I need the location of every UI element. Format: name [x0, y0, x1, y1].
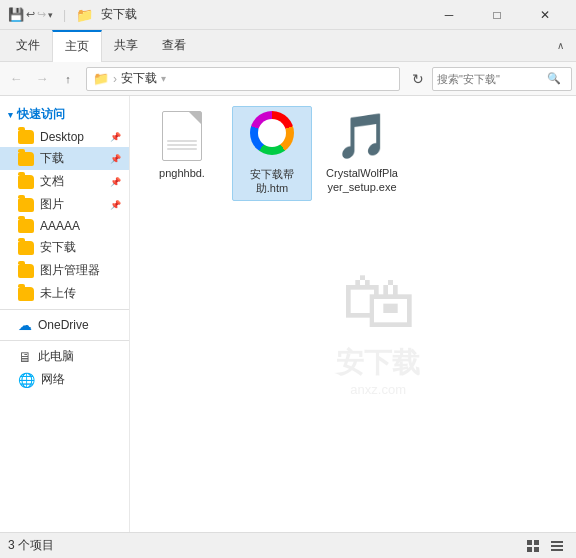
svg-rect-2: [527, 547, 532, 552]
sidebar-label-onedrive: OneDrive: [38, 318, 89, 332]
title-bar-controls: ─ □ ✕: [426, 0, 568, 30]
watermark-subtext: anxz.com: [336, 382, 420, 397]
folder-path-icon: 📁: [93, 71, 109, 86]
sidebar-label-aaaaa: AAAAA: [40, 219, 80, 233]
view-buttons: [522, 536, 568, 556]
file-name-helper: 安下载帮助.htm: [237, 167, 307, 196]
pin-icon-pictures: 📌: [110, 200, 121, 210]
svg-rect-3: [534, 547, 539, 552]
sidebar-item-pictures[interactable]: 图片 📌: [0, 193, 129, 216]
sidebar-divider-2: [0, 340, 129, 341]
sidebar: ▾ 快速访问 Desktop 📌 下载 📌 文档 📌 图片 📌 AAAAA: [0, 96, 130, 532]
back-button[interactable]: ←: [4, 67, 28, 91]
generic-file-icon: [162, 111, 202, 161]
tab-file[interactable]: 文件: [4, 30, 52, 62]
undo-icon[interactable]: ↩: [26, 8, 35, 21]
tab-home[interactable]: 主页: [52, 30, 102, 62]
folder-icon: 📁: [76, 7, 93, 23]
path-separator: ›: [113, 72, 117, 86]
title-bar: 💾 ↩ ↪ ▾ | 📁 安下载 ─ □ ✕: [0, 0, 576, 30]
svg-rect-6: [551, 549, 563, 551]
file-item-player[interactable]: 🎵 CrystalWolfPlayer_setup.exe: [322, 106, 402, 199]
folder-icon-desktop: [18, 130, 34, 144]
sidebar-item-aaaaa[interactable]: AAAAA: [0, 216, 129, 236]
folder-icon-pictures: [18, 198, 34, 212]
tab-view[interactable]: 查看: [150, 30, 198, 62]
quick-access-icon[interactable]: 💾: [8, 7, 24, 22]
ribbon-chevron[interactable]: ∧: [548, 30, 572, 62]
folder-icon-anzaixia: [18, 241, 34, 255]
sidebar-label-anzaixia: 安下载: [40, 239, 76, 256]
view-list-button[interactable]: [546, 536, 568, 556]
svg-rect-5: [551, 545, 563, 547]
file-name-pnghhbd: pnghhbd.: [159, 166, 205, 180]
folder-icon-downloads: [18, 152, 34, 166]
search-icon: 🔍: [547, 72, 561, 85]
address-path[interactable]: 📁 › 安下载 ▾: [86, 67, 400, 91]
status-count: 3 个项目: [8, 537, 54, 554]
folder-icon-notupload: [18, 287, 34, 301]
music-icon: 🎵: [335, 110, 390, 162]
search-box[interactable]: 🔍: [432, 67, 572, 91]
sidebar-item-anzaixia[interactable]: 安下载: [0, 236, 129, 259]
file-icon-helper: [248, 111, 296, 163]
quick-access-header[interactable]: ▾ 快速访问: [0, 102, 129, 127]
pc-icon: 🖥: [18, 349, 32, 365]
tab-share[interactable]: 共享: [102, 30, 150, 62]
sidebar-label-network: 网络: [41, 371, 65, 388]
search-input[interactable]: [437, 73, 547, 85]
pin-icon-desktop: 📌: [110, 132, 121, 142]
close-button[interactable]: ✕: [522, 0, 568, 30]
file-icon-pnghhbd: [158, 110, 206, 162]
sidebar-item-desktop[interactable]: Desktop 📌: [0, 127, 129, 147]
sidebar-label-pictures: 图片: [40, 196, 64, 213]
quick-access-label: 快速访问: [17, 106, 65, 123]
maximize-button[interactable]: □: [474, 0, 520, 30]
sidebar-label-downloads: 下载: [40, 150, 64, 167]
sidebar-divider-1: [0, 309, 129, 310]
colorful-inner: [258, 119, 286, 147]
colorful-icon: [250, 111, 294, 155]
folder-icon-aaaaa: [18, 219, 34, 233]
sidebar-label-picmanager: 图片管理器: [40, 262, 100, 279]
sidebar-item-picmanager[interactable]: 图片管理器: [0, 259, 129, 282]
sidebar-item-thispc[interactable]: 🖥 此电脑: [0, 345, 129, 368]
sidebar-item-notupload[interactable]: 未上传: [0, 282, 129, 305]
pin-icon-downloads: 📌: [110, 154, 121, 164]
main-panel: ▾ 快速访问 Desktop 📌 下载 📌 文档 📌 图片 📌 AAAAA: [0, 96, 576, 532]
dropdown-icon[interactable]: ▾: [48, 10, 53, 20]
pin-icon-documents: 📌: [110, 177, 121, 187]
file-item-helper[interactable]: 安下载帮助.htm: [232, 106, 312, 201]
folder-icon-picmanager: [18, 264, 34, 278]
forward-button[interactable]: →: [30, 67, 54, 91]
status-bar: 3 个项目: [0, 532, 576, 558]
watermark-text: 安下载: [336, 344, 420, 382]
file-icon-player: 🎵: [338, 110, 386, 162]
view-grid-button[interactable]: [522, 536, 544, 556]
svg-rect-1: [534, 540, 539, 545]
folder-icon-documents: [18, 175, 34, 189]
network-icon: 🌐: [18, 372, 35, 388]
sidebar-item-network[interactable]: 🌐 网络: [0, 368, 129, 391]
cloud-icon: ☁: [18, 317, 32, 333]
sidebar-item-downloads[interactable]: 下载 📌: [0, 147, 129, 170]
sidebar-label-notupload: 未上传: [40, 285, 76, 302]
ribbon: 文件 主页 共享 查看 ∧: [0, 30, 576, 62]
sidebar-item-documents[interactable]: 文档 📌: [0, 170, 129, 193]
files-grid: pnghhbd. 安下载帮助.htm: [142, 106, 564, 201]
up-button[interactable]: ↑: [56, 67, 80, 91]
sidebar-label-desktop: Desktop: [40, 130, 84, 144]
file-area: 🛍 安下载 anxz.com pnghhbd.: [130, 96, 576, 532]
watermark: 🛍 安下载 anxz.com: [336, 258, 420, 397]
sidebar-item-onedrive[interactable]: ☁ OneDrive: [0, 314, 129, 336]
sidebar-label-documents: 文档: [40, 173, 64, 190]
svg-rect-0: [527, 540, 532, 545]
title-text: 安下载: [101, 6, 137, 23]
path-current: 安下载: [121, 70, 157, 87]
minimize-button[interactable]: ─: [426, 0, 472, 30]
file-item-pnghhbd[interactable]: pnghhbd.: [142, 106, 222, 184]
refresh-button[interactable]: ↻: [406, 67, 430, 91]
title-bar-left: 💾 ↩ ↪ ▾ | 📁 安下载: [8, 6, 137, 23]
redo-icon[interactable]: ↪: [37, 8, 46, 21]
address-bar: ← → ↑ 📁 › 安下载 ▾ ↻ 🔍: [0, 62, 576, 96]
